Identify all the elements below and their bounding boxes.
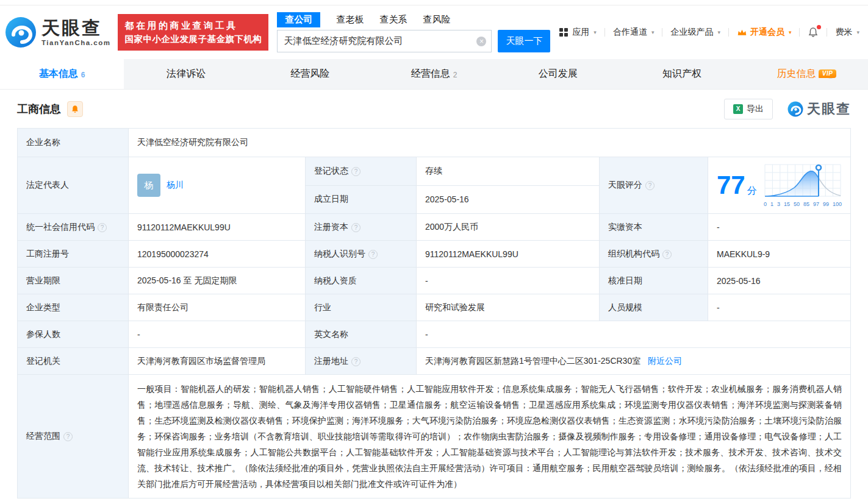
- table-row: 工商注册号 120195000023274 纳税人识别号? 91120112MA…: [18, 241, 851, 268]
- search-tab-boss[interactable]: 查老板: [336, 12, 364, 27]
- business-info-table: 企业名称 天津低空经济研究院有限公司 法定代表人 杨 杨川 登记状态? 存续 天…: [17, 128, 851, 499]
- clear-icon[interactable]: ×: [476, 37, 486, 46]
- nav-user-label: 费米: [835, 27, 852, 38]
- paid-capital-value: -: [708, 214, 851, 241]
- tab-operation-info[interactable]: 经营信息 2: [372, 59, 496, 89]
- tab-legal-litigation[interactable]: 法律诉讼: [124, 59, 248, 89]
- help-icon[interactable]: ?: [63, 432, 73, 441]
- field-label: 统一社会信用代码?: [18, 214, 129, 241]
- search-tab-company[interactable]: 查公司: [277, 12, 320, 27]
- company-tabbar: 基本信息 6 法律诉讼 经营风险 经营信息 2 公司发展 知识产权 历史信息 V…: [0, 59, 868, 90]
- tab-count: 2: [453, 71, 457, 79]
- field-label: 天眼评分?: [600, 157, 708, 214]
- nav-partner-label: 合作通道: [613, 27, 647, 38]
- field-label: 注册资本?: [306, 214, 417, 241]
- nav-membership[interactable]: 开通会员 ▾: [737, 27, 792, 38]
- monitor-bell-icon[interactable]: [67, 101, 83, 117]
- reg-address-cell: 天津海河教育园区新慧路1号管理中心二区301-25CR30室 附近公司: [417, 348, 851, 375]
- top-nav: 应用 ▾ 合作通道 ▾ 企业级产品 ▾ 开通会员 ▾: [559, 27, 859, 38]
- slogan-line2: 国家中小企业发展子基金旗下机构: [124, 32, 262, 46]
- search-tabs: 查公司 查老板 查关系 查风险: [277, 12, 550, 27]
- section-title: 工商信息: [17, 102, 61, 116]
- help-icon[interactable]: ?: [351, 223, 360, 232]
- tab-company-development[interactable]: 公司发展: [496, 59, 620, 89]
- table-row: 法定代表人 杨 杨川 登记状态? 存续 天眼评分? 77 分: [18, 157, 851, 186]
- notification-bell[interactable]: [808, 27, 819, 38]
- tianyancha-logo[interactable]: 天眼查 TianYanCha.com: [5, 16, 110, 48]
- table-row: 企业名称 天津低空经济研究院有限公司: [18, 129, 851, 157]
- legal-rep-link[interactable]: 杨川: [167, 180, 184, 191]
- help-icon[interactable]: ?: [351, 167, 360, 176]
- nav-enterprise[interactable]: 企业级产品 ▾: [670, 27, 720, 38]
- search-area: 查公司 查老板 查关系 查风险 × 天眼一下: [277, 12, 550, 52]
- help-icon[interactable]: ?: [98, 223, 107, 232]
- credit-code-value: 91120112MAEKKUL99U: [129, 214, 306, 241]
- nearby-companies-link[interactable]: 附近公司: [648, 356, 682, 366]
- help-icon[interactable]: ?: [645, 181, 655, 190]
- search-tab-relation[interactable]: 查关系: [379, 12, 407, 27]
- export-label: 导出: [747, 104, 764, 115]
- search-input[interactable]: [277, 30, 492, 52]
- field-label: 核准日期: [600, 268, 708, 294]
- logo-subtitle: TianYanCha.com: [41, 39, 110, 46]
- slogan-banner: 都在用的商业查询工具 国家中小企业发展子基金旗下机构: [118, 14, 268, 51]
- tab-label: 公司发展: [539, 68, 578, 80]
- watermark-label: 天眼查: [807, 100, 851, 118]
- tianyancha-watermark: 天眼查: [787, 100, 851, 118]
- field-label: 营业期限: [18, 268, 129, 294]
- nav-membership-label: 开通会员: [750, 27, 784, 38]
- nav-apps[interactable]: 应用 ▾: [559, 27, 597, 38]
- score-chart[interactable]: 01 315 5085 9799 100: [764, 163, 842, 207]
- vip-badge: VIP: [819, 69, 837, 78]
- chevron-down-icon: ▾: [856, 29, 859, 35]
- topbar: 天眼查 TianYanCha.com 都在用的商业查询工具 国家中小企业发展子基…: [0, 5, 868, 59]
- table-row: 企业类型 有限责任公司 行业 研究和试验发展 人员规模 -: [18, 294, 851, 321]
- insured-count-value: -: [129, 321, 306, 348]
- reg-address-value: 天津海河教育园区新慧路1号管理中心二区301-25CR30室: [425, 356, 640, 366]
- field-label: 人员规模: [600, 294, 708, 321]
- score-cell: 77 分: [708, 157, 851, 214]
- tab-label: 基本信息: [39, 68, 78, 80]
- reg-capital-value: 2000万人民币: [417, 214, 600, 241]
- search-button[interactable]: 天眼一下: [498, 30, 550, 52]
- nav-divider: [728, 28, 729, 37]
- business-term-value: 2025-05-16 至 无固定期限: [129, 268, 306, 294]
- help-icon[interactable]: ?: [662, 250, 672, 259]
- chevron-down-icon: ▾: [717, 29, 720, 35]
- tab-basic-info[interactable]: 基本信息 6: [0, 59, 124, 89]
- help-icon[interactable]: ?: [368, 250, 378, 259]
- business-scope-value: 一般项目：智能机器人的研发；智能机器人销售；人工智能硬件销售；人工智能应用软件开…: [129, 375, 851, 499]
- field-label: 法定代表人: [18, 157, 129, 214]
- field-label: 纳税人识别号?: [306, 241, 417, 268]
- chevron-down-icon: ▾: [789, 29, 792, 35]
- tab-operation-risk[interactable]: 经营风险: [248, 59, 372, 89]
- reg-status-value: 存续: [417, 157, 600, 186]
- tianyancha-watermark-icon: [787, 101, 803, 117]
- nav-user[interactable]: 费米 ▾: [835, 27, 859, 38]
- nav-partner[interactable]: 合作通道 ▾: [613, 27, 655, 38]
- taxpayer-quality-value: -: [417, 268, 600, 294]
- field-label: 英文名称: [306, 321, 417, 348]
- tab-intellectual-property[interactable]: 知识产权: [620, 59, 744, 89]
- export-button[interactable]: X 导出: [724, 99, 773, 119]
- avatar[interactable]: 杨: [137, 174, 160, 197]
- top-divider: [0, 0, 868, 5]
- nav-enterprise-label: 企业级产品: [670, 27, 713, 38]
- nav-apps-label: 应用: [572, 27, 589, 38]
- nav-divider: [604, 28, 605, 37]
- staff-size-value: -: [708, 294, 851, 321]
- table-row: 统一社会信用代码? 91120112MAEKKUL99U 注册资本? 2000万…: [18, 214, 851, 241]
- nav-divider: [799, 28, 800, 37]
- org-code-value: MAEKKUL9-9: [708, 241, 851, 268]
- industry-value: 研究和试验发展: [417, 294, 600, 321]
- english-name-value: -: [417, 321, 851, 348]
- tab-label: 知识产权: [662, 68, 701, 80]
- tab-history-info[interactable]: 历史信息 VIP 2 ?: [744, 59, 868, 89]
- search-tab-risk[interactable]: 查风险: [423, 12, 450, 27]
- field-label: 注册地址?: [306, 348, 417, 375]
- tab-label: 法律诉讼: [167, 68, 206, 80]
- legal-rep-cell: 杨 杨川: [129, 157, 306, 214]
- help-icon[interactable]: ?: [351, 357, 360, 366]
- table-row: 参保人数 - 英文名称 -: [18, 321, 851, 348]
- company-type-value: 有限责任公司: [129, 294, 306, 321]
